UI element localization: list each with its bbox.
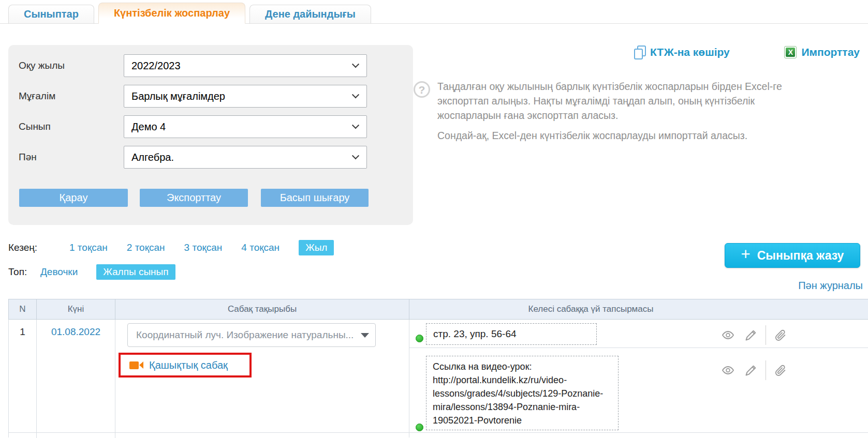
help-text: Таңдалған оқу жылының барлық күнтізбелік… — [437, 79, 807, 143]
print-button[interactable]: Басып шығару — [261, 189, 369, 207]
question-icon: ? — [414, 81, 430, 98]
homework-item-1: стр. 23, упр. 56-64 — [409, 320, 868, 348]
enroll-class-button[interactable]: + Сыныпқа жазу — [725, 243, 860, 268]
homework-actions — [720, 360, 787, 380]
top-actions: КТЖ-на көшіру X Импорттау — [634, 46, 860, 59]
enroll-class-label: Сыныпқа жазу — [757, 249, 844, 263]
chevron-down-icon — [352, 91, 359, 98]
homework-actions — [720, 325, 787, 345]
video-camera-icon — [129, 361, 143, 369]
export-button[interactable]: Экспорттау — [140, 189, 248, 207]
header-topic: Сабақ тақырыбы — [115, 299, 409, 319]
excel-icon: X — [784, 46, 797, 58]
topic-dropdown-value: Координатный луч. Изображение натуральны… — [136, 329, 359, 341]
cell-homework — [409, 433, 868, 437]
copy-ktzh-link[interactable]: КТЖ-на көшіру — [634, 46, 730, 59]
paperclip-icon[interactable] — [774, 328, 787, 342]
tab-bar: Сыныптар Күнтізбелік жоспарлау Дене дайы… — [0, 0, 868, 24]
copy-icon — [634, 46, 645, 59]
view-button[interactable]: Қарау — [19, 189, 128, 207]
teacher-select[interactable]: Барлық мұғалімдер — [124, 85, 367, 108]
cell-homework: стр. 23, упр. 56-64 — [409, 320, 868, 432]
date-link[interactable]: 01.08.2022 — [51, 326, 100, 337]
school-year-label: Оқу жылы — [19, 54, 117, 77]
pencil-icon[interactable] — [744, 328, 758, 342]
period-label: Кезең: — [8, 242, 69, 253]
tab-calendar-planning[interactable]: Күнтізбелік жоспарлау — [98, 3, 245, 24]
distance-lesson-highlight-box: Қашықтық сабақ — [119, 353, 252, 377]
group-whole-class-selected[interactable]: Жалпы сынып — [96, 264, 175, 280]
period-quarter-4[interactable]: 4 тоқсан — [241, 242, 279, 253]
copy-ktzh-label: КТЖ-на көшіру — [650, 46, 730, 58]
group-label: Топ: — [8, 266, 40, 278]
tab-classes[interactable]: Сыныптар — [8, 5, 94, 24]
subject-select[interactable]: Алгебра. — [124, 146, 367, 169]
period-quarter-2[interactable]: 2 тоқсан — [127, 242, 165, 253]
subject-label: Пән — [19, 146, 117, 169]
group-row: Топ: Девочки Жалпы сынып — [8, 264, 175, 280]
header-homework: Келесі сабаққа үй тапсырмасы — [409, 299, 868, 319]
subject-journal-link[interactable]: Пән журналы — [798, 280, 863, 292]
table-row: 1 01.08.2022 Координатный луч. Изображен… — [9, 320, 868, 433]
school-year-select[interactable]: 2022/2023 — [124, 54, 367, 77]
chevron-down-icon — [352, 152, 359, 159]
help-paragraph-2: Сондай-ақ, Excel-ден күнтізбелік жоспарл… — [437, 128, 807, 143]
homework-text-box: Ссылка на видео-урок: http://portal.kund… — [426, 356, 619, 430]
cell-number: 1 — [9, 320, 37, 432]
lessons-table: N Күні Сабақ тақырыбы Келесі сабаққа үй … — [8, 299, 868, 438]
period-quarter-3[interactable]: 3 тоқсан — [184, 242, 223, 253]
teacher-value: Барлық мұғалімдер — [131, 90, 225, 102]
cell-topic — [115, 433, 409, 437]
plus-icon: + — [741, 245, 751, 264]
import-label: Импорттау — [801, 46, 860, 58]
subject-value: Алгебра. — [131, 152, 174, 163]
topic-dropdown[interactable]: Координатный луч. Изображение натуральны… — [127, 323, 376, 347]
chevron-down-icon — [352, 122, 359, 129]
icon-divider — [766, 360, 766, 380]
filter-panel: Оқу жылы 2022/2023 Мұғалім Барлық мұғалі… — [8, 45, 413, 225]
header-date: Күні — [37, 299, 115, 319]
cell-date — [37, 433, 115, 438]
chevron-down-icon — [352, 61, 359, 68]
dropdown-arrow-icon — [361, 333, 369, 338]
eye-icon[interactable] — [720, 364, 736, 376]
class-select[interactable]: Демо 4 — [124, 115, 367, 138]
period-quarter-1[interactable]: 1 тоқсан — [69, 242, 108, 253]
tab-physical-training[interactable]: Дене дайындығы — [249, 5, 371, 24]
cell-number — [9, 433, 37, 438]
group-girls[interactable]: Девочки — [40, 266, 78, 278]
period-row: Кезең: 1 тоқсан 2 тоқсан 3 тоқсан 4 тоқс… — [8, 240, 334, 255]
help-paragraph-1: Таңдалған оқу жылының барлық күнтізбелік… — [437, 79, 807, 123]
distance-lesson-link[interactable]: Қашықтық сабақ — [149, 359, 228, 371]
school-year-value: 2022/2023 — [131, 60, 181, 72]
homework-text-box: стр. 23, упр. 56-64 — [426, 323, 597, 345]
homework-item-2: Ссылка на видео-урок: http://portal.kund… — [409, 348, 868, 432]
class-value: Демо 4 — [131, 121, 166, 133]
cell-date: 01.08.2022 — [37, 320, 115, 432]
table-header: N Күні Сабақ тақырыбы Келесі сабаққа үй … — [8, 299, 868, 320]
cell-topic: Координатный луч. Изображение натуральны… — [115, 320, 409, 432]
table-body: 1 01.08.2022 Координатный луч. Изображен… — [8, 320, 868, 437]
import-link[interactable]: X Импорттау — [784, 46, 860, 58]
eye-icon[interactable] — [720, 329, 736, 341]
teacher-label: Мұғалім — [19, 85, 117, 108]
icon-divider — [766, 325, 766, 345]
status-dot-green — [416, 424, 423, 431]
excel-x-glyph: X — [786, 48, 795, 57]
table-row-partial — [9, 433, 868, 437]
class-label: Сынып — [19, 115, 117, 138]
header-n: N — [9, 299, 37, 319]
period-year-selected[interactable]: Жыл — [299, 240, 334, 255]
paperclip-icon[interactable] — [774, 364, 787, 377]
pencil-icon[interactable] — [744, 364, 758, 377]
status-dot-green — [416, 335, 423, 342]
